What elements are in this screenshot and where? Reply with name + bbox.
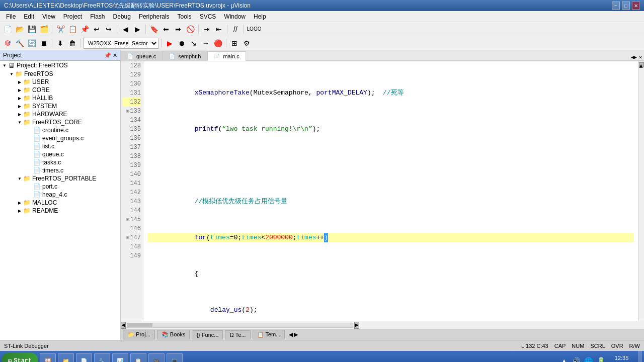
tree-hallib[interactable]: ▶ 📁 HALLIB	[0, 94, 120, 102]
target-options-button[interactable]: 🎯	[2, 38, 13, 49]
taskbar-app-8[interactable]: 💻	[167, 353, 183, 362]
tab-semphr-h[interactable]: 📄 semphr.h	[163, 51, 207, 61]
tree-freertos-core[interactable]: ▼ 📁 FreeRTOS_CORE	[0, 118, 120, 126]
tree-hardware[interactable]: ▶ 📁 HARDWARE	[0, 110, 120, 118]
comment-button[interactable]: //	[230, 24, 241, 35]
menu-view[interactable]: View	[38, 12, 59, 21]
tree-system[interactable]: ▶ 📁 SYSTEM	[0, 102, 120, 110]
erase-button[interactable]: 🗑	[67, 38, 78, 49]
bookmark-button[interactable]: 🔖	[148, 24, 159, 35]
step-over-button[interactable]: →	[200, 38, 211, 49]
tree-root[interactable]: ▼ 🖥 Project: FreeRTOS	[0, 61, 120, 70]
menu-tools[interactable]: Tools	[174, 12, 196, 21]
view-toggle-button[interactable]: ⊞	[229, 38, 240, 49]
menu-edit[interactable]: Edit	[20, 12, 38, 21]
bottom-tab-omega[interactable]: Ω Te...	[225, 330, 250, 339]
copy-button[interactable]: 📋	[67, 24, 78, 35]
paste-button[interactable]: 📌	[79, 24, 90, 35]
scroll-track[interactable]	[127, 323, 353, 328]
vertical-scrollbar[interactable]: ▲ ▼	[638, 61, 644, 321]
rebuild-button[interactable]: 🔄	[26, 38, 37, 49]
scroll-thumb[interactable]	[127, 323, 152, 327]
taskbar-app-7[interactable]: 🎮	[148, 353, 165, 362]
tree-freertos[interactable]: ▼ 📁 FreeRTOS	[0, 70, 120, 78]
minimize-button[interactable]: −	[612, 2, 620, 10]
scroll-left-button[interactable]: ◀	[121, 322, 126, 329]
redo-button[interactable]: ↪	[103, 24, 114, 35]
tree-core[interactable]: ▶ 📁 CORE	[0, 86, 120, 94]
show-desktop-button[interactable]	[638, 351, 642, 362]
cut-button[interactable]: ✂️	[55, 24, 66, 35]
bottom-tab-books[interactable]: 📚 Books	[157, 330, 190, 339]
menu-debug[interactable]: Debug	[109, 12, 135, 21]
menu-window[interactable]: Window	[220, 12, 250, 21]
clear-bookmarks-button[interactable]: 🚫	[185, 24, 196, 35]
exec-button[interactable]: 🔴	[212, 38, 223, 49]
taskbar-app-6[interactable]: 📋	[130, 353, 146, 362]
menu-file[interactable]: File	[2, 12, 20, 21]
nav-back-button[interactable]: ◀	[120, 24, 131, 35]
scroll-up-button[interactable]: ▲	[639, 62, 644, 67]
tab-queue-c[interactable]: 📄 queue.c	[121, 51, 163, 61]
indent-button[interactable]: ⇥	[201, 24, 212, 35]
taskbar-app-1[interactable]: 🪟	[40, 353, 56, 362]
start-button[interactable]: ⊞ Start	[2, 353, 38, 362]
taskbar-app-3[interactable]: 📄	[76, 353, 92, 362]
close-button[interactable]: ✕	[632, 2, 640, 10]
sidebar-close-button[interactable]: ✕	[113, 52, 117, 59]
start-stop-debug-button[interactable]: ⏺	[176, 38, 187, 49]
bottom-tab-tem[interactable]: 📋 Tem...	[253, 330, 285, 339]
menu-flash[interactable]: Flash	[86, 12, 109, 21]
menu-help[interactable]: Help	[250, 12, 270, 21]
close-editor-button[interactable]: ✕	[639, 54, 642, 60]
function-dropdown[interactable]: W25QXX_Erase_Sector	[84, 38, 158, 49]
prev-bookmark-button[interactable]: ⬅	[160, 24, 172, 35]
sidebar-prev-button[interactable]: ◀	[289, 331, 293, 338]
taskbar-app-5[interactable]: 📊	[112, 353, 128, 362]
tree-croutine[interactable]: 📄 croutine.c	[0, 126, 120, 134]
sidebar-next-button[interactable]: ▶	[294, 331, 298, 338]
menu-svcs[interactable]: SVCS	[196, 12, 220, 21]
tree-queue[interactable]: 📄 queue.c	[0, 150, 120, 158]
horizontal-scrollbar[interactable]: ◀ ▶	[121, 321, 644, 329]
outdent-button[interactable]: ⇤	[213, 24, 224, 35]
tree-tasks[interactable]: 📄 tasks.c	[0, 158, 120, 166]
new-file-button[interactable]: 📄	[2, 24, 13, 35]
download-button[interactable]: ⬇	[55, 38, 66, 49]
tree-heap4[interactable]: 📄 heap_4.c	[0, 191, 120, 199]
next-bookmark-button[interactable]: ➡	[173, 24, 184, 35]
tree-timers[interactable]: 📄 timers.c	[0, 166, 120, 174]
build-button[interactable]: 🔨	[14, 38, 25, 49]
scroll-right-button[interactable]: ▶	[354, 322, 359, 329]
clock[interactable]: 12:35 2017/4/23	[609, 355, 634, 362]
tree-malloc[interactable]: ▶ 📁 MALLOC	[0, 199, 120, 207]
tree-list[interactable]: 📄 list.c	[0, 142, 120, 150]
code-content[interactable]: xSemaphoreTake(MutexSemaphore, portMAX_D…	[143, 61, 638, 321]
save-button[interactable]: 💾	[26, 24, 37, 35]
tab-main-c[interactable]: 📄 main.c	[207, 51, 246, 61]
settings-button[interactable]: ⚙	[241, 38, 252, 49]
save-all-button[interactable]: 🗂️	[38, 24, 49, 35]
run-debug-button[interactable]: ▶	[164, 38, 175, 49]
open-button[interactable]: 📂	[14, 24, 25, 35]
menu-peripherals[interactable]: Peripherals	[135, 12, 174, 21]
stop-build-button[interactable]: ⏹	[38, 38, 49, 49]
sidebar-pin-button[interactable]: 📌	[104, 52, 111, 59]
tab-scroll-right[interactable]: ▶	[634, 54, 637, 60]
tree-readme[interactable]: ▶ 📁 README	[0, 207, 120, 215]
undo-button[interactable]: ↩	[91, 24, 102, 35]
maximize-button[interactable]: □	[622, 2, 630, 10]
bottom-tab-func[interactable]: {} Func...	[192, 330, 223, 339]
code-area[interactable]: 128 129 130 131 132 ▣133 134 135 136 137…	[121, 61, 644, 321]
tree-port[interactable]: 📄 port.c	[0, 183, 120, 191]
tree-freertos-portable[interactable]: ▼ 📁 FreeRTOS_PORTABLE	[0, 174, 120, 183]
editor-area[interactable]: 128 129 130 131 132 ▣133 134 135 136 137…	[121, 61, 644, 321]
taskbar-app-4[interactable]: 🔧	[94, 353, 110, 362]
tree-event-groups[interactable]: 📄 event_groups.c	[0, 134, 120, 142]
tree-user[interactable]: ▶ 📁 USER	[0, 78, 120, 86]
step-into-button[interactable]: ↘	[188, 38, 199, 49]
menu-project[interactable]: Project	[59, 12, 86, 21]
logo-button[interactable]: LOGO	[247, 24, 262, 35]
taskbar-app-2[interactable]: 📁	[58, 353, 74, 362]
sidebar[interactable]: Project 📌 ✕ ▼ 🖥 Project: FreeRTOS ▼ 📁 Fr…	[0, 50, 121, 340]
